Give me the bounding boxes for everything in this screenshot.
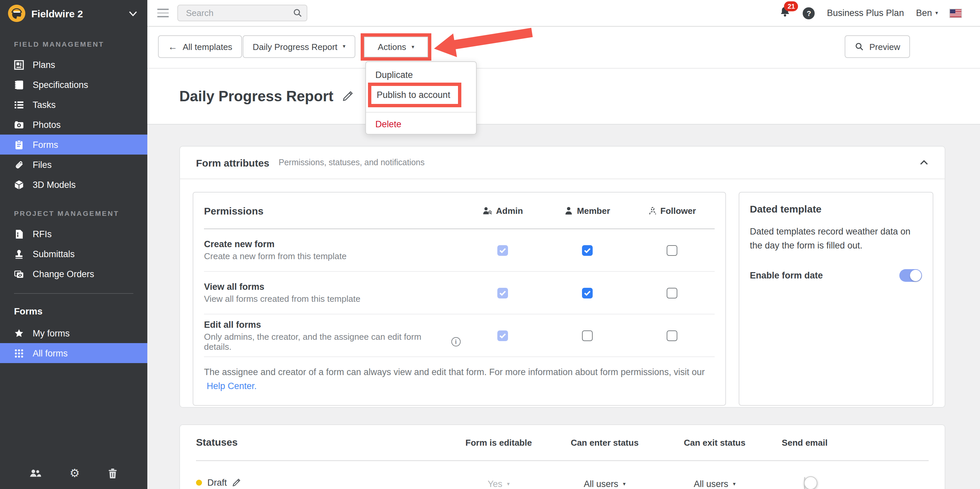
menu-item-delete[interactable]: Delete [375,117,401,131]
sidebar-item-plans[interactable]: Plans [0,55,147,75]
send-email-toggle[interactable] [804,478,805,489]
sidebar-item-label: Specifications [33,79,88,90]
fieldwire-logo [8,5,25,22]
sidebar-item-files[interactable]: Files [0,154,147,175]
form-attributes-subtitle: Permissions, statuses, and notifications [278,158,425,167]
enable-form-date-label: Enable form date [750,270,823,281]
sidebar-item-label: Files [33,160,52,170]
can-enter-status-select[interactable]: All users ▾ [584,479,626,489]
actions-dropdown-button[interactable]: Actions ▾ [364,37,428,57]
user-menu[interactable]: Ben ▾ [916,8,938,18]
field-management-nav: Plans Specifications Tasks Photos [0,55,147,195]
permission-title: Create new form [204,239,461,249]
form-attributes-header[interactable]: Form attributes Permissions, statuses, a… [180,146,945,179]
permissions-footnote: The assignee and creator of a form can a… [204,357,715,402]
forms-nav: My forms All forms [0,323,147,363]
dated-template-title: Dated template [750,203,922,214]
help-button[interactable]: ? [803,7,815,19]
back-arrow-icon: ← [168,42,177,51]
sidebar-item-rfis[interactable]: RFIs [0,224,147,244]
sidebar-item-label: Submittals [33,249,75,259]
forms-group-heading: Forms [14,306,147,316]
sidebar-item-label: Plans [33,60,55,70]
dated-template-description: Dated templates record weather data on t… [750,225,922,253]
sidebar-divider [14,293,133,294]
caret-down-icon: ▾ [507,481,510,487]
specifications-icon [13,79,24,90]
menu-item-publish-to-account[interactable]: Publish to account [371,86,458,104]
sidebar-item-my-forms[interactable]: My forms [0,323,147,343]
sidebar-item-photos[interactable]: Photos [0,114,147,135]
chevron-down-icon [128,8,138,18]
hamburger-menu-icon[interactable] [158,9,169,17]
trash-icon[interactable] [108,468,117,478]
permission-description: Create a new form from this template [204,251,461,261]
checkbox-member-checked[interactable] [582,245,593,256]
permissions-header-row: Permissions Admin Member Follower [204,192,715,229]
form-attributes-body: Permissions Admin Member Follower [180,179,945,406]
column-can-enter-status: Can enter status [571,438,639,448]
preview-button[interactable]: Preview [845,35,910,58]
column-member: Member [545,206,630,216]
document-icon [13,229,24,239]
annotation-box-actions: Actions ▾ [361,33,431,60]
chevron-up-icon[interactable] [920,159,929,167]
caret-down-icon: ▾ [623,481,626,487]
checkbox-member-checked[interactable] [582,287,593,298]
magnifier-icon [855,42,864,51]
column-send-email: Send email [782,438,827,448]
status-name: Draft [207,478,227,487]
checkbox-follower-unchecked[interactable] [667,287,678,298]
people-icon[interactable] [29,468,41,478]
sidebar-item-all-forms[interactable]: All forms [0,343,147,363]
edit-title-pencil-icon[interactable] [342,90,353,102]
enable-form-date-toggle[interactable] [899,269,922,282]
column-can-exit-status: Can exit status [684,438,746,448]
column-form-is-editable: Form is editable [465,438,532,448]
sidebar-item-tasks[interactable]: Tasks [0,95,147,114]
sidebar-item-specifications[interactable]: Specifications [0,75,147,95]
checkbox-member-unchecked[interactable] [582,330,593,341]
statuses-header-row: Statuses Form is editable Can enter stat… [196,425,929,460]
checkbox-follower-unchecked[interactable] [667,245,678,256]
notifications-button[interactable]: 21 [780,6,791,20]
checkbox-follower-unchecked[interactable] [667,330,678,341]
column-follower: Follower [630,206,715,216]
sidebar-item-3d-models[interactable]: 3D Models [0,175,147,195]
us-flag-icon[interactable] [950,9,961,17]
workspace-switcher[interactable]: Fieldwire 2 [0,0,147,27]
app-window: Fieldwire 2 FIELD MANAGEMENT Plans Speci… [0,0,980,489]
template-dropdown-button[interactable]: Daily Progress Report ▾ [243,35,355,58]
search-box [177,5,307,21]
topbar-right: 21 ? Business Plus Plan Ben ▾ [780,6,980,20]
search-input[interactable] [177,5,307,21]
gear-icon[interactable]: ⚙ [70,467,80,479]
cube-icon [13,179,24,190]
sidebar-item-forms[interactable]: Forms [0,135,147,154]
menu-item-duplicate[interactable]: Duplicate [375,67,413,82]
help-center-link[interactable]: Help Center. [207,381,257,391]
permissions-title: Permissions [204,205,461,216]
can-exit-status-select[interactable]: All users ▾ [694,479,736,489]
dated-template-panel: Dated template Dated templates record we… [739,192,934,406]
checkbox-admin-checked-disabled [498,330,508,341]
sidebar-item-label: 3D Models [33,179,76,189]
sidebar-footer: ⚙ [0,457,147,489]
notification-badge: 21 [784,2,798,11]
topbar: 21 ? Business Plus Plan Ben ▾ [147,0,980,27]
caret-down-icon: ▾ [733,481,736,487]
search-icon [293,8,303,21]
follower-person-icon [648,206,656,215]
permission-description: View all forms created from this templat… [204,294,461,304]
sidebar-item-change-orders[interactable]: Change Orders [0,264,147,284]
edit-status-pencil-icon[interactable] [232,478,241,487]
caret-down-icon: ▾ [935,10,938,16]
sidebar-item-submittals[interactable]: Submittals [0,244,147,264]
info-icon[interactable]: i [451,337,461,346]
main-content: Form attributes Permissions, statuses, a… [147,125,980,489]
permission-row-edit-all-forms: Edit all forms Only admins, the creator,… [204,314,715,357]
camera-icon [13,119,24,130]
permission-row-create-new-form: Create new form Create a new form from t… [204,229,715,272]
caret-down-icon: ▾ [412,44,414,50]
back-to-all-templates-button[interactable]: ← All templates [158,35,242,58]
